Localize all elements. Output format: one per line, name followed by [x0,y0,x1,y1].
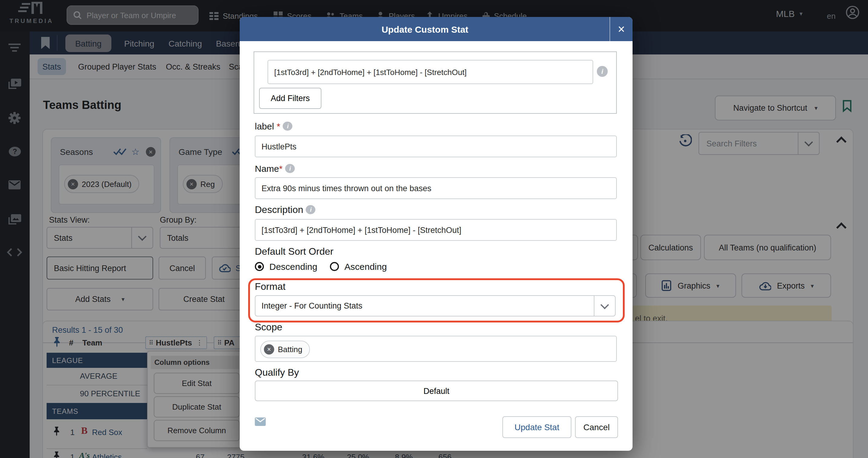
name-field-label: Name* i [255,163,295,174]
name-input[interactable]: Extra 90s minus times thrown out on the … [255,177,617,199]
description-field-label: Description i [255,204,316,216]
modal-title: Update Custom Stat [240,17,610,41]
select-value: Integer - For Counting Stats [261,301,362,310]
scope-chip-batting[interactable]: × Batting [260,340,310,358]
label-field-label: label * i [255,121,293,132]
formula-text: [1stTo3rd] + [2ndToHome] + [1stToHome] -… [274,67,467,76]
info-icon[interactable]: i [306,205,316,214]
button-label: Default [424,386,450,395]
button-label: Update Stat [515,422,559,432]
radio-label: Descending [269,261,317,272]
required-asterisk: * [277,121,280,131]
app-root: TRUMEDIA Player or Team or Umpire Standi… [0,0,868,458]
remove-chip-icon[interactable]: × [264,344,274,355]
description-input[interactable]: [1stTo3rd] + [2ndToHome] + [1stToHome] -… [255,219,617,241]
required-asterisk: * [279,163,283,174]
update-custom-stat-modal: Update Custom Stat × [1stTo3rd] + [2ndTo… [240,17,632,451]
radio-unselected-icon[interactable] [330,262,339,271]
chevron-down-icon [600,300,609,309]
input-value: HustlePts [261,142,297,151]
sort-ascending-option[interactable]: Ascending [330,261,387,272]
add-filters-button[interactable]: Add Filters [259,88,321,109]
info-icon[interactable]: i [285,164,295,173]
label-input[interactable]: HustlePts [255,135,617,157]
radio-selected-icon[interactable] [255,262,264,271]
cancel-button[interactable]: Cancel [575,416,618,438]
modal-header: Update Custom Stat × [240,17,632,41]
qualify-by-label: Qualify By [255,367,299,378]
chip-label: Batting [278,345,302,354]
update-stat-button[interactable]: Update Stat [502,416,571,438]
info-icon[interactable]: i [283,122,293,131]
info-icon[interactable]: i [597,66,608,77]
sort-descending-option[interactable]: Descending [255,261,317,272]
qualify-by-button[interactable]: Default [255,381,618,401]
format-select[interactable]: Integer - For Counting Stats [255,295,616,317]
close-icon[interactable]: × [610,17,632,41]
radio-label: Ascending [344,261,387,272]
chevron-cell[interactable] [594,296,615,316]
scope-box: × Batting [255,336,617,362]
button-label: Cancel [583,422,610,432]
scope-label: Scope [255,322,282,333]
input-value: Extra 90s minus times thrown out on the … [261,184,431,193]
input-value: [1stTo3rd] + [2ndToHome] + [1stToHome] -… [261,225,461,234]
formula-input[interactable]: [1stTo3rd] + [2ndToHome] + [1stToHome] -… [268,60,593,84]
button-label: Add Filters [271,94,310,103]
sort-order-label: Default Sort Order [255,246,334,257]
feedback-mail-icon[interactable] [255,418,266,426]
format-label: Format [255,281,285,292]
